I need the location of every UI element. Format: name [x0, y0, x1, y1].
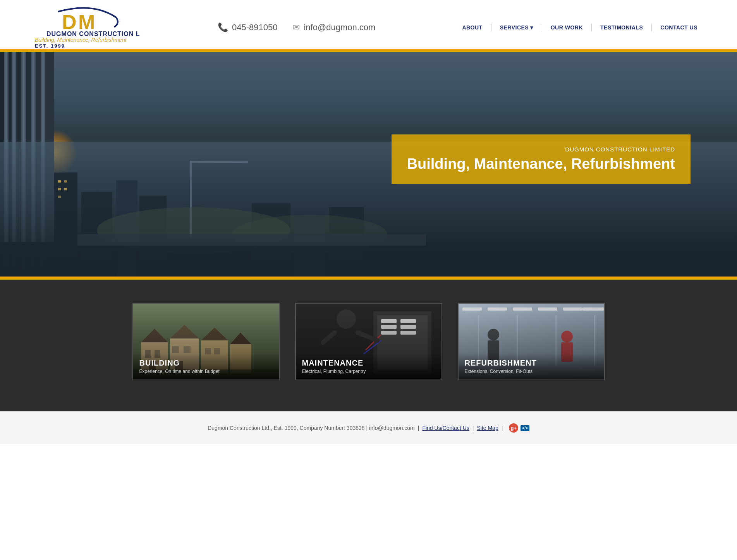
phone-contact: 📞 045-891050: [218, 22, 277, 33]
nav-contact-us[interactable]: CONTACT US: [652, 21, 706, 34]
svg-rect-59: [513, 307, 532, 311]
logo-graphic: D M DUGMON CONSTRUCTION LIMITED: [31, 6, 139, 41]
building-desc: Experience, On time and within Budget: [139, 369, 273, 374]
svg-point-70: [561, 331, 573, 342]
svg-marker-35: [201, 328, 228, 340]
svg-rect-61: [563, 307, 582, 311]
google-plus-icon[interactable]: g+: [509, 423, 518, 433]
svg-rect-12: [64, 188, 67, 190]
logo-tagline: Building, Maintenance, Refurbishment: [35, 37, 127, 43]
svg-rect-8: [58, 180, 61, 182]
page-header: D M DUGMON CONSTRUCTION LIMITED Building…: [0, 0, 737, 49]
w3c-icon: </>: [521, 425, 529, 431]
refurbishment-title: REFURBISHMENT: [465, 359, 598, 368]
svg-rect-57: [462, 307, 482, 311]
svg-rect-44: [381, 319, 397, 323]
svg-rect-62: [582, 307, 604, 311]
footer-find-us[interactable]: Find Us/Contact Us: [422, 425, 469, 431]
service-card-maintenance[interactable]: MAINTENANCE Electrical, Plumbing, Carpen…: [295, 303, 442, 380]
email-icon: ✉: [293, 22, 300, 33]
footer-company-text: Dugmon Construction Ltd., Est. 1999, Com…: [208, 425, 415, 431]
svg-line-54: [358, 333, 377, 340]
nav-testimonials[interactable]: TESTIMONIALS: [592, 21, 651, 34]
service-card-refurbishment[interactable]: REFURBISHMENT Extensions, Conversion, Fi…: [458, 303, 605, 380]
svg-line-55: [323, 333, 335, 342]
refurbishment-card-content: REFURBISHMENT Extensions, Conversion, Fi…: [459, 353, 604, 380]
contact-info: 📞 045-891050 ✉ info@dugmon.com: [139, 22, 454, 33]
logo-est: EST. 1999: [35, 43, 65, 49]
nav-services[interactable]: SERVICES ▾: [491, 21, 542, 34]
hero-section: DUGMON CONSTRUCTION LIMITED Building, Ma…: [0, 52, 737, 277]
svg-rect-21: [0, 242, 737, 277]
svg-rect-22: [77, 234, 426, 246]
footer-sep-2: |: [472, 425, 474, 431]
bottom-yellow-bar: [0, 277, 737, 280]
nav-about[interactable]: ABOUT: [454, 21, 491, 34]
svg-text:D: D: [62, 11, 77, 33]
footer-sep-1: |: [418, 425, 419, 431]
svg-text:DUGMON CONSTRUCTION LIMITED: DUGMON CONSTRUCTION LIMITED: [46, 31, 139, 37]
services-section: BUILDING Experience, On time and within …: [0, 280, 737, 411]
phone-icon: 📞: [218, 22, 228, 33]
nav-our-work[interactable]: OUR WORK: [542, 21, 591, 34]
refurbishment-desc: Extensions, Conversion, Fit-Outs: [465, 369, 598, 374]
building-card-content: BUILDING Experience, On time and within …: [133, 353, 279, 380]
maintenance-title: MAINTENANCE: [302, 359, 435, 368]
phone-number: 045-891050: [232, 22, 277, 33]
svg-marker-30: [170, 325, 199, 338]
footer: Dugmon Construction Ltd., Est. 1999, Com…: [0, 411, 737, 444]
svg-rect-45: [381, 325, 397, 329]
svg-line-51: [364, 340, 381, 354]
footer-text: Dugmon Construction Ltd., Est. 1999, Com…: [208, 423, 529, 433]
logo-area: D M DUGMON CONSTRUCTION LIMITED Building…: [31, 6, 139, 49]
svg-marker-25: [141, 329, 168, 342]
svg-marker-39: [230, 333, 251, 344]
svg-rect-60: [538, 307, 557, 311]
maintenance-card-content: MAINTENANCE Electrical, Plumbing, Carpen…: [296, 353, 442, 380]
svg-point-68: [488, 329, 499, 340]
hero-subtitle: DUGMON CONSTRUCTION LIMITED: [407, 146, 675, 153]
footer-sep-3: |: [502, 425, 503, 431]
svg-rect-58: [488, 307, 507, 311]
email-address: info@dugmon.com: [304, 22, 375, 33]
svg-rect-47: [400, 319, 416, 323]
svg-text:M: M: [78, 11, 95, 33]
footer-social: g+ </>: [509, 423, 529, 433]
svg-rect-31: [172, 346, 179, 353]
svg-rect-46: [381, 331, 397, 335]
footer-site-map[interactable]: Site Map: [477, 425, 498, 431]
service-card-building[interactable]: BUILDING Experience, On time and within …: [132, 303, 280, 380]
building-title: BUILDING: [139, 359, 273, 368]
maintenance-desc: Electrical, Plumbing, Carpentry: [302, 369, 435, 374]
svg-rect-32: [184, 346, 191, 353]
hero-textbox: DUGMON CONSTRUCTION LIMITED Building, Ma…: [392, 134, 691, 184]
svg-rect-49: [400, 331, 416, 335]
svg-line-50: [366, 335, 381, 350]
hero-title: Building, Maintenance, Refurbishment: [407, 156, 675, 172]
main-nav: ABOUT SERVICES ▾ OUR WORK TESTIMONIALS C…: [454, 21, 706, 34]
svg-rect-48: [400, 325, 416, 329]
header-yellow-bar: [0, 49, 737, 52]
svg-rect-11: [58, 196, 61, 198]
svg-point-52: [337, 309, 356, 329]
email-contact: ✉ info@dugmon.com: [293, 22, 375, 33]
svg-rect-10: [58, 188, 61, 190]
svg-rect-9: [64, 180, 67, 182]
